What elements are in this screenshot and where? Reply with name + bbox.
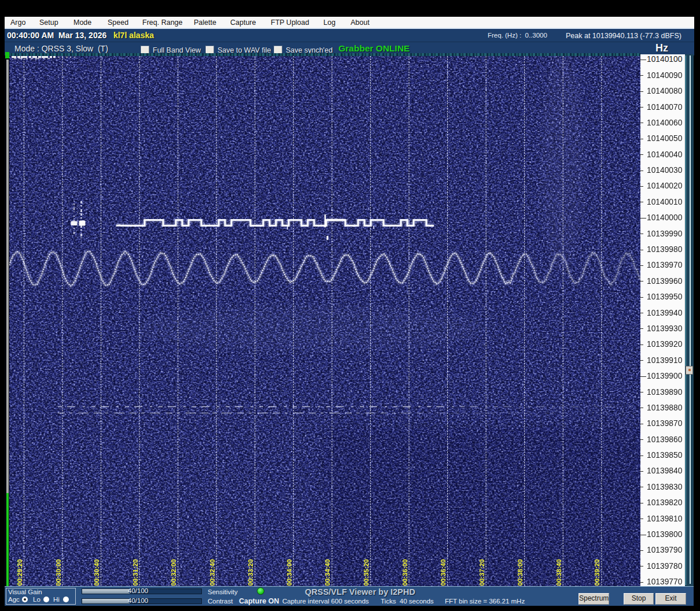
svg-text:00:31:20: 00:31:20 [132,559,139,586]
svg-text:00:37:20: 00:37:20 [478,559,485,586]
svg-text:00:32:40: 00:32:40 [209,559,216,586]
svg-text:00:32:00: 00:32:00 [170,559,177,586]
svg-text:00:38:40: 00:38:40 [555,559,562,586]
svg-text:00:34:00: 00:34:00 [286,559,293,586]
svg-text:00:36:40: 00:36:40 [440,559,447,586]
svg-text:00:35:20: 00:35:20 [363,559,370,586]
svg-text:00:30:00: 00:30:00 [55,559,62,586]
svg-text:00:36:00: 00:36:00 [401,559,408,586]
svg-text:00:33:20: 00:33:20 [247,559,254,586]
svg-text:00:38:00: 00:38:00 [517,559,524,586]
svg-text:00:29:20: 00:29:20 [16,559,23,586]
svg-text:00:39:20: 00:39:20 [594,559,600,586]
svg-text:00:34:40: 00:34:40 [324,559,331,586]
svg-text:00:30:40: 00:30:40 [93,559,100,586]
